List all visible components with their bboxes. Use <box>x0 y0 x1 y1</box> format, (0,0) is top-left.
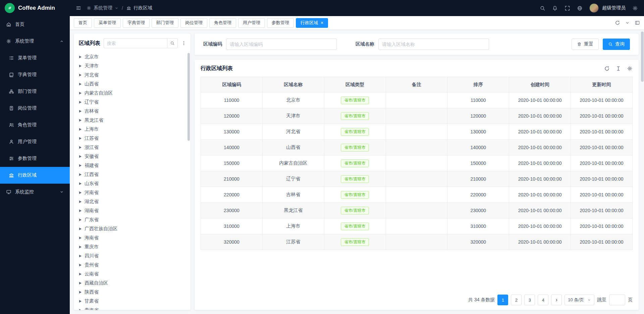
table-row[interactable]: 140000 山西省 省市/直辖市 140000 2020-10-01 00:0… <box>201 140 633 155</box>
region-name-input[interactable] <box>378 39 489 50</box>
caret-right-icon[interactable] <box>79 146 82 149</box>
sidebar-item-dict[interactable]: 字典管理 <box>0 66 70 83</box>
tree-scrollbar[interactable] <box>187 53 190 141</box>
tree-item[interactable]: 湖北省 <box>74 197 191 206</box>
more-options-button[interactable] <box>181 41 186 46</box>
tree-search-button[interactable] <box>167 38 178 48</box>
main-scrollbar[interactable] <box>641 32 644 82</box>
tab[interactable]: 角色管理 <box>209 18 236 28</box>
caret-right-icon[interactable] <box>79 300 82 303</box>
tree-item[interactable]: 辽宁省 <box>74 98 191 107</box>
tab[interactable]: 菜单管理 <box>94 18 121 28</box>
next-page-button[interactable] <box>551 295 562 305</box>
sidebar-item-home[interactable]: 首页 <box>0 16 70 33</box>
page-size-select[interactable]: 10 条/页 <box>565 295 594 305</box>
tab[interactable]: 用户管理 <box>238 18 265 28</box>
caret-right-icon[interactable] <box>79 119 82 122</box>
user-name[interactable]: 超级管理员 <box>602 5 626 11</box>
caret-right-icon[interactable] <box>79 137 82 140</box>
table-row[interactable]: 230000 黑龙江省 省市/直辖市 230000 2020-10-01 00:… <box>201 203 633 218</box>
refresh-icon[interactable] <box>615 20 620 25</box>
caret-right-icon[interactable] <box>79 65 82 67</box>
caret-right-icon[interactable] <box>79 264 82 266</box>
tree-item[interactable]: 四川省 <box>74 251 191 260</box>
tree-item[interactable]: 山西省 <box>74 79 191 88</box>
caret-right-icon[interactable] <box>79 291 82 294</box>
tree-item[interactable]: 上海市 <box>74 125 191 134</box>
fullscreen-icon[interactable] <box>565 5 570 11</box>
caret-right-icon[interactable] <box>79 246 82 248</box>
tree-item[interactable]: 黑龙江省 <box>74 116 191 125</box>
page-button[interactable]: 3 <box>524 295 535 305</box>
tab[interactable]: 字典管理 <box>123 18 150 28</box>
sidebar-item-dept[interactable]: 部门管理 <box>0 83 70 100</box>
tree-item[interactable]: 福建省 <box>74 161 191 170</box>
region-code-input[interactable] <box>226 39 337 50</box>
tree-item[interactable]: 北京市 <box>74 52 191 61</box>
tab[interactable]: 参数管理 <box>267 18 294 28</box>
translate-icon[interactable] <box>577 5 583 11</box>
search-icon[interactable] <box>540 5 545 11</box>
table-row[interactable]: 310000 上海市 省市/直辖市 310000 2020-10-01 00:0… <box>201 218 633 234</box>
tree-item[interactable]: 吉林省 <box>74 107 191 116</box>
caret-right-icon[interactable] <box>79 218 82 221</box>
caret-right-icon[interactable] <box>79 92 82 95</box>
caret-right-icon[interactable] <box>79 200 82 203</box>
tree-item[interactable]: 河北省 <box>74 70 191 79</box>
sidebar-group-monitor[interactable]: 系统监控 <box>0 184 70 200</box>
refresh-icon[interactable] <box>604 66 610 71</box>
caret-right-icon[interactable] <box>79 101 82 104</box>
tree-item[interactable]: 安徽省 <box>74 152 191 161</box>
tree-item[interactable]: 山东省 <box>74 179 191 188</box>
tree-item[interactable]: 海南省 <box>74 233 191 242</box>
caret-right-icon[interactable] <box>79 173 82 176</box>
caret-right-icon[interactable] <box>79 191 82 194</box>
tree-item[interactable]: 重庆市 <box>74 242 191 251</box>
caret-right-icon[interactable] <box>79 209 82 212</box>
caret-right-icon[interactable] <box>79 128 82 131</box>
tree-search-input[interactable] <box>104 38 167 48</box>
tree-item[interactable]: 浙江省 <box>74 143 191 152</box>
gear-icon[interactable] <box>632 5 638 11</box>
search-button[interactable]: 查询 <box>603 39 630 50</box>
tree-item[interactable]: 西藏自治区 <box>74 278 191 288</box>
sidebar-item-post[interactable]: 岗位管理 <box>0 100 70 117</box>
tree-item[interactable]: 云南省 <box>74 269 191 278</box>
jump-page-input[interactable] <box>609 295 625 305</box>
caret-right-icon[interactable] <box>79 282 82 285</box>
tab[interactable]: 部门管理 <box>152 18 178 28</box>
chevron-down-icon[interactable] <box>625 21 630 25</box>
caret-right-icon[interactable] <box>79 83 82 85</box>
caret-right-icon[interactable] <box>79 182 82 185</box>
tree-item[interactable]: 湖南省 <box>74 206 191 215</box>
menu-fold-icon[interactable] <box>76 5 81 11</box>
text-size-icon[interactable] <box>615 66 621 71</box>
tree-item[interactable]: 甘肃省 <box>74 297 191 306</box>
caret-right-icon[interactable] <box>79 56 82 58</box>
tree-item[interactable]: 江西省 <box>74 170 191 179</box>
caret-right-icon[interactable] <box>79 255 82 257</box>
table-row[interactable]: 120000 天津市 省市/直辖市 120000 2020-10-01 00:0… <box>201 108 633 124</box>
bell-icon[interactable] <box>552 5 558 11</box>
caret-right-icon[interactable] <box>79 155 82 158</box>
table-row[interactable]: 320000 江苏省 省市/直辖市 320000 2020-10-01 00:0… <box>201 234 633 250</box>
tree-item[interactable]: 广东省 <box>74 215 191 224</box>
caret-right-icon[interactable] <box>79 273 82 275</box>
caret-right-icon[interactable] <box>79 164 82 167</box>
reset-button[interactable]: 重置 <box>572 39 599 50</box>
sidebar-group-system[interactable]: 系统管理 <box>0 33 70 50</box>
tree-item[interactable]: 江苏省 <box>74 134 191 143</box>
sidebar-item-user[interactable]: 用户管理 <box>0 133 70 150</box>
sidebar-item-menu[interactable]: 菜单管理 <box>0 50 70 66</box>
breadcrumb-section[interactable]: 系统管理 <box>94 5 112 11</box>
tab[interactable]: 岗位管理 <box>180 18 207 28</box>
avatar[interactable] <box>589 3 599 13</box>
table-row[interactable]: 110000 北京市 省市/直辖市 110000 2020-10-01 00:0… <box>201 92 633 108</box>
table-row[interactable]: 210000 辽宁省 省市/直辖市 210000 2020-10-01 00:0… <box>201 171 633 187</box>
page-button-current[interactable]: 1 <box>497 295 508 305</box>
tree-item[interactable]: 内蒙古自治区 <box>74 88 191 98</box>
tab-active[interactable]: 行政区域 × <box>296 18 328 28</box>
table-row[interactable]: 130000 河北省 省市/直辖市 130000 2020-10-01 00:0… <box>201 124 633 140</box>
table-row[interactable]: 220000 吉林省 省市/直辖市 220000 2020-10-01 00:0… <box>201 187 633 203</box>
table-row[interactable]: 150000 内蒙古自治区 省市/直辖市 150000 2020-10-01 0… <box>201 155 633 171</box>
